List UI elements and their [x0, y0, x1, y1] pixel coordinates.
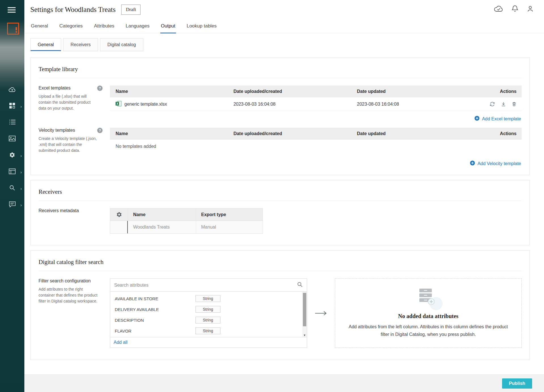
table-row[interactable]: X generic template.xlsx 2023-08-03 16:04… [110, 97, 522, 111]
date-updated-cell: 2023-08-03 16:04:08 [357, 102, 481, 107]
column-name: Name [110, 131, 233, 136]
card-icon [9, 169, 16, 175]
logo-mark [16, 27, 17, 30]
sidebar-item-messages[interactable]: › [0, 197, 24, 213]
tab-categories[interactable]: Categories [59, 19, 83, 33]
scrollbar-thumb[interactable] [303, 293, 306, 326]
attribute-list-footer: Add all [110, 337, 307, 348]
add-velocity-template-button[interactable]: Add Velocity template [110, 151, 522, 169]
sidebar-item-modules[interactable]: › [0, 98, 24, 114]
empty-state-icon [416, 288, 440, 308]
template-library-panel: Template library Excel templates ? Uploa… [30, 57, 530, 175]
receiver-row[interactable]: Woodlands Treats Manual [110, 221, 263, 233]
selected-attributes-dropzone[interactable]: No added data attributes Add attributes … [335, 278, 522, 348]
subtab-receivers[interactable]: Receivers [63, 38, 98, 51]
sidebar-item-media[interactable] [0, 131, 24, 147]
tab-lookup-tables[interactable]: Lookup tables [186, 19, 217, 33]
filter-search-body: AVAILABLE IN STORE String DELIVERY AVAIL… [110, 278, 522, 348]
sync-icon[interactable] [489, 101, 495, 107]
add-all-button[interactable]: Add all [114, 340, 128, 345]
help-icon[interactable]: ? [97, 86, 103, 91]
receivers-left: Receivers metadata [39, 208, 110, 234]
receivers-section: Receivers metadata Name Export type [39, 201, 522, 239]
template-library-heading: Template library [39, 58, 522, 78]
cloud-upload-icon [8, 86, 16, 93]
attribute-item[interactable]: DESCRIPTION String [110, 315, 307, 325]
svg-text:X: X [116, 102, 118, 105]
sidebar-item-upload[interactable] [0, 82, 24, 98]
sidebar-nav: › › › › [0, 82, 24, 213]
attribute-search-bar [110, 279, 307, 292]
page-header: Settings for Woodlands Treats Draft [24, 0, 544, 19]
main-area: Settings for Woodlands Treats Draft Gene… [24, 0, 544, 392]
column-date-created: Date uploaded/created [233, 89, 357, 94]
velocity-templates-section: Velocity templates ? Create a Velocity t… [39, 124, 522, 169]
excel-templates-left: Excel templates ? Upload a file (.xlsx) … [39, 86, 110, 124]
chevron-right-icon: › [20, 154, 22, 158]
sidebar-item-settings[interactable]: › [0, 147, 24, 164]
cloud-done-icon[interactable] [494, 5, 503, 12]
add-excel-template-button[interactable]: Add Excel template [110, 111, 522, 124]
main-tabs: General Categories Attributes Languages … [24, 19, 544, 33]
scrollbar[interactable]: ▼ [302, 292, 307, 337]
receivers-column-export-type: Export type [196, 208, 263, 221]
tab-attributes[interactable]: Attributes [94, 19, 115, 33]
search-attributes-input[interactable] [114, 283, 295, 288]
subtab-digital-catalog[interactable]: Digital catalog [100, 38, 143, 51]
receivers-panel: Receivers Receivers metadata Name Export… [30, 180, 530, 245]
list-icon [9, 120, 16, 126]
search-icon [9, 185, 15, 192]
subtab-general[interactable]: General [30, 38, 61, 51]
publish-button[interactable]: Publish [502, 378, 532, 389]
column-actions: Actions [481, 89, 522, 94]
no-templates-message: No templates added [110, 140, 522, 151]
attribute-item[interactable]: DELIVERY AVAILABLE String [110, 304, 307, 315]
sidebar: › › › › [0, 0, 24, 392]
attribute-label: DELIVERY AVAILABLE [115, 307, 196, 312]
user-icon[interactable] [527, 5, 534, 12]
tab-general[interactable]: General [30, 19, 48, 33]
attribute-list: AVAILABLE IN STORE String DELIVERY AVAIL… [110, 292, 307, 337]
attribute-item[interactable]: FLAVOR String [110, 325, 307, 336]
receiver-row-handle[interactable] [110, 221, 128, 233]
column-date-updated: Date updated [357, 89, 481, 94]
sidebar-item-list[interactable] [0, 114, 24, 131]
chevron-right-icon: › [20, 170, 22, 174]
velocity-templates-label: Velocity templates [39, 128, 100, 133]
table-header: Name Date uploaded/created Date updated … [110, 86, 522, 97]
sidebar-item-workareas[interactable]: › [0, 164, 24, 180]
help-icon[interactable]: ? [97, 128, 103, 133]
image-icon [9, 136, 16, 142]
scrollbar-down-arrow[interactable]: ▼ [302, 334, 307, 337]
sub-tabs: General Receivers Digital catalog [24, 38, 544, 51]
attribute-item[interactable]: AVAILABLE IN STORE String [110, 293, 307, 304]
receivers-table: Name Export type Woodlands Treats Manual [110, 208, 263, 234]
menu-icon[interactable] [7, 7, 16, 14]
header-icons [494, 5, 534, 12]
add-velocity-template-label: Add Velocity template [477, 161, 521, 166]
receivers-table-header: Name Export type [110, 208, 263, 221]
filter-search-left: Filter search configuration Add attribut… [39, 278, 110, 348]
receivers-heading: Receivers [39, 180, 522, 201]
bell-icon[interactable] [512, 5, 518, 12]
receivers-column-name: Name [128, 208, 196, 221]
template-name-cell: X generic template.xlsx [110, 101, 233, 108]
empty-state-title: No added data attributes [398, 313, 458, 319]
receivers-table-wrap: Name Export type Woodlands Treats Manual [110, 208, 263, 234]
attribute-item[interactable]: String [110, 336, 307, 337]
tab-output[interactable]: Output [160, 19, 176, 33]
sidebar-item-search[interactable]: › [0, 180, 24, 197]
search-icon[interactable] [297, 282, 303, 289]
status-badge: Draft [121, 5, 141, 15]
gear-icon [9, 152, 15, 159]
velocity-templates-description: Create a Velocity template (.json, .xml)… [39, 136, 99, 154]
page-title: Settings for Woodlands Treats [30, 6, 116, 14]
template-name: generic template.xlsx [124, 102, 167, 107]
logo-dot [16, 31, 17, 33]
chevron-right-icon: › [20, 203, 22, 207]
trash-icon[interactable] [512, 101, 517, 107]
tab-languages[interactable]: Languages [125, 19, 150, 33]
gear-icon[interactable] [110, 208, 128, 221]
receivers-metadata-label: Receivers metadata [39, 208, 100, 213]
download-icon[interactable] [501, 101, 506, 107]
